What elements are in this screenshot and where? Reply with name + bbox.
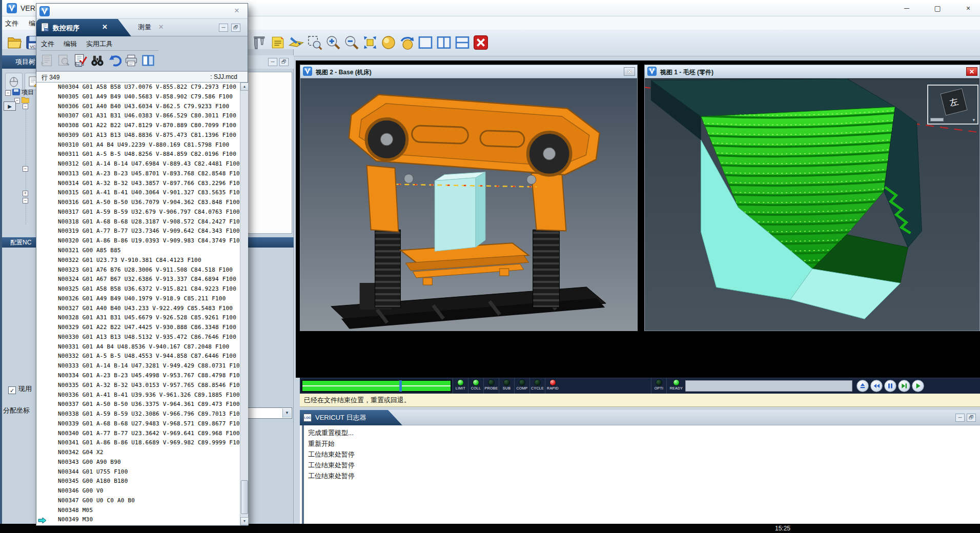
two-pane-icon[interactable]: [436, 34, 452, 51]
line-number-field[interactable]: 行 349: [42, 73, 59, 82]
nc-line[interactable]: N00332 G01 A-5 B-5 U48.4553 V-944.858 C8…: [36, 352, 240, 361]
nc-line[interactable]: N00319 G01 A-77 B-77 U23.7346 V-909.642 …: [36, 227, 240, 236]
app-menu-文件[interactable]: 文件: [0, 16, 24, 31]
nc-line[interactable]: N00346 G00 V0: [36, 486, 240, 496]
nc-line[interactable]: N00310 G01 A4 B4 U49.2239 V-880.169 C81.…: [36, 140, 240, 150]
simulation-progress-bar[interactable]: [301, 380, 452, 392]
nc-line[interactable]: N00344 G01 U755 F100: [36, 467, 240, 477]
nc-line[interactable]: N00331 G01 A4 B4 U48.8536 V-940.167 C87.…: [36, 342, 240, 352]
step-forward-button[interactable]: [898, 380, 910, 392]
panel-minimize-icon[interactable]: ─: [955, 414, 965, 422]
tree-play-marker[interactable]: ▶: [4, 101, 16, 111]
stock-viewport[interactable]: 左 ▼: [645, 78, 979, 331]
nc-line[interactable]: N00330 G01 A13 B13 U48.5132 V-935.472 C8…: [36, 333, 240, 342]
logger-tab[interactable]: LOG VERICUT 日志器: [300, 410, 402, 425]
progress-marker[interactable]: [399, 380, 402, 392]
panel-float-icon[interactable]: 🗗: [279, 58, 289, 66]
tree-collapse-icon[interactable]: −: [23, 104, 28, 109]
nc-line[interactable]: N00337 G01 A-50 B-50 U36.3375 V-964.361 …: [36, 400, 240, 409]
scrollbar-thumb[interactable]: [241, 480, 248, 514]
nc-menu-文件[interactable]: 文件: [36, 36, 59, 52]
tab-nc-program[interactable]: NC 数控程序 ✕: [36, 19, 131, 36]
scroll-up-icon[interactable]: ▲: [240, 83, 249, 91]
tree-expand-icon[interactable]: +: [23, 191, 28, 196]
report-icon[interactable]: [270, 34, 286, 51]
active-checkbox[interactable]: ✓: [8, 386, 16, 394]
nc-line[interactable]: N00325 G01 A58 B58 U36.6372 V-915.821 C8…: [36, 284, 240, 294]
view2-titlebar[interactable]: 视图 2 - Base (机床) ✕: [300, 65, 637, 78]
zoom-in-icon[interactable]: [325, 34, 341, 51]
nc-float-icon[interactable]: 🗗: [231, 24, 240, 32]
print-icon[interactable]: [124, 53, 138, 68]
nc-line[interactable]: N00304 G01 A58 B58 U37.0076 V-855.822 C7…: [36, 83, 240, 92]
led-coll[interactable]: COLL: [468, 378, 483, 394]
play-button[interactable]: [912, 380, 924, 392]
logger-body[interactable]: 完成重置模型...重新开始工位结束处暂停工位结束处暂停工位结束处暂停: [302, 425, 980, 524]
rotate-view-icon[interactable]: [399, 34, 415, 51]
nc-line[interactable]: N00333 G01 A-14 B-14 U47.3281 V-949.429 …: [36, 361, 240, 371]
open-folder-icon[interactable]: [6, 34, 23, 51]
mouse-mode-button[interactable]: [5, 73, 23, 90]
tab-measure[interactable]: 测量 ✕: [138, 23, 164, 32]
nc-minimize-icon[interactable]: ─: [219, 24, 228, 32]
scroll-down-icon[interactable]: ▼: [240, 517, 249, 525]
led-rapid[interactable]: RAPID: [545, 378, 560, 394]
caliper-measure-icon[interactable]: [251, 34, 268, 51]
led-ready[interactable]: READY: [666, 378, 686, 394]
nc-scrollbar[interactable]: ▲ ▼: [240, 83, 248, 525]
close-button[interactable]: ×: [956, 2, 980, 15]
nc-line[interactable]: N00329 G01 A22 B22 U47.4425 V-930.888 C8…: [36, 323, 240, 333]
led-probe[interactable]: PROBE: [483, 378, 499, 394]
nc-line[interactable]: N00345 G00 A180 B180: [36, 477, 240, 486]
led-opti[interactable]: OPTI: [651, 378, 666, 394]
nc-line[interactable]: N00312 G01 A-14 B-14 U47.6984 V-889.43 C…: [36, 159, 240, 169]
nc-line[interactable]: N00306 G01 A40 B40 U43.6034 V-862.5 C79.…: [36, 102, 240, 112]
section-cut-icon[interactable]: [288, 34, 304, 51]
fit-view-icon[interactable]: [362, 34, 378, 51]
view1-titlebar[interactable]: 视图 1 - 毛坯 (零件) ✕: [645, 65, 979, 78]
orientation-indicator[interactable]: 左 ▼: [927, 85, 978, 125]
nc-line[interactable]: N00322 G01 U23.73 V-910.381 C84.4123 F10…: [36, 256, 240, 265]
sphere-view-icon[interactable]: [380, 34, 397, 51]
nc-line[interactable]: N00324 G01 A67 B67 U32.6386 V-913.337 C8…: [36, 275, 240, 284]
coords-dropdown[interactable]: ▼: [247, 407, 292, 419]
maximize-button[interactable]: ▢: [925, 2, 950, 15]
nc-line[interactable]: N00343 G00 A90 B90: [36, 458, 240, 467]
nc-line[interactable]: N00326 G01 A49 B49 U40.1979 V-918.9 C85.…: [36, 294, 240, 304]
panel-float-icon[interactable]: 🗗: [967, 414, 976, 422]
nc-line[interactable]: N00348 M05: [36, 506, 240, 516]
led-sub[interactable]: SUB: [499, 378, 514, 394]
nc-line[interactable]: N00311 G01 A-5 B-5 U48.8256 V-884.859 C8…: [36, 150, 240, 159]
split-pane-icon[interactable]: [454, 34, 471, 51]
binoculars-find-icon[interactable]: [90, 53, 105, 68]
nc-line[interactable]: N00316 G01 A-50 B-50 U36.7079 V-904.362 …: [36, 198, 240, 208]
nc-line[interactable]: N00338 G01 A-59 B-59 U32.3086 V-966.796 …: [36, 409, 240, 419]
split-columns-icon[interactable]: [141, 53, 155, 68]
nc-line[interactable]: N00341 G01 A-86 B-86 U18.6689 V-969.982 …: [36, 438, 240, 448]
zoom-out-icon[interactable]: [343, 34, 360, 51]
nc-line[interactable]: N00313 G01 A-23 B-23 U45.8701 V-893.768 …: [36, 169, 240, 179]
nc-line[interactable]: N00305 G01 A49 B49 U40.5683 V-858.902 C7…: [36, 92, 240, 102]
nc-line[interactable]: N00308 G01 A22 B22 U47.8129 V-870.889 C8…: [36, 121, 240, 131]
nc-window-close-icon[interactable]: ×: [231, 6, 242, 16]
chevron-down-icon[interactable]: ▼: [972, 118, 976, 122]
nc-config-list[interactable]: [246, 72, 292, 234]
nc-menu-实用工具[interactable]: 实用工具: [81, 36, 117, 52]
nc-menu-编辑[interactable]: 编辑: [59, 36, 81, 52]
pause-button[interactable]: [884, 380, 896, 392]
led-limit[interactable]: LIMIT: [453, 378, 468, 394]
tree-node-project[interactable]: −项目: [5, 88, 34, 97]
nc-line[interactable]: N00318 G01 A-68 B-68 U28.3187 V-908.572 …: [36, 217, 240, 227]
panel-minimize-icon[interactable]: ─: [268, 58, 277, 66]
nc-line[interactable]: N00347 G00 U0 C0 A0 B0: [36, 496, 240, 506]
nc-line[interactable]: N00320 G01 A-86 B-86 U19.0393 V-909.983 …: [36, 236, 240, 246]
single-pane-icon[interactable]: [417, 34, 434, 51]
nc-window-titlebar[interactable]: ×: [36, 4, 248, 19]
led-cycle[interactable]: CYCLE: [529, 378, 545, 394]
nc-line[interactable]: N00309 G01 A13 B13 U48.8836 V-875.473 C8…: [36, 131, 240, 140]
nc-line[interactable]: N00321 G00 A85 B85: [36, 246, 240, 256]
nc-line-list[interactable]: N00304 G01 A58 B58 U37.0076 V-855.822 C7…: [36, 83, 240, 525]
nc-line[interactable]: N00317 G01 A-59 B-59 U32.679 V-906.797 C…: [36, 208, 240, 217]
tree-collapse-icon[interactable]: −: [23, 198, 28, 203]
nc-check-icon[interactable]: NC: [73, 53, 88, 68]
